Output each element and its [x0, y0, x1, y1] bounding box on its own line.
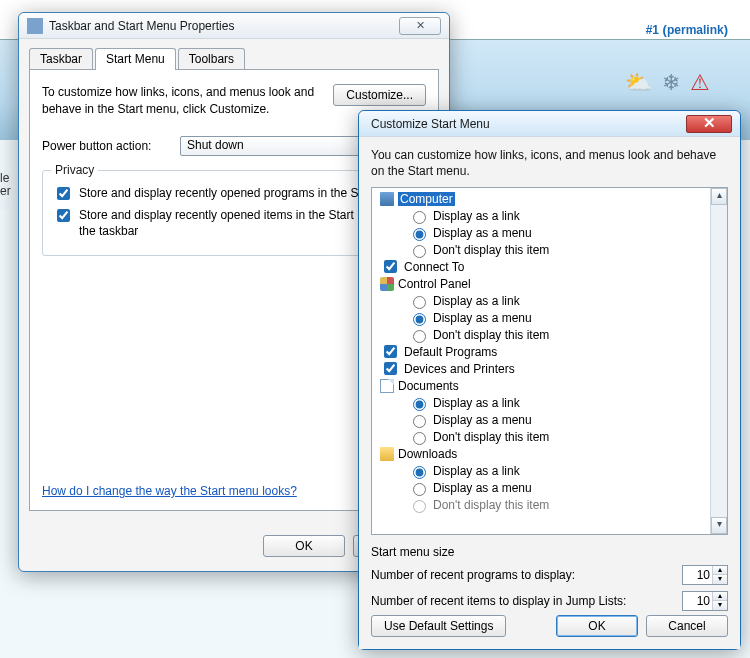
node-default-programs: Default Programs — [376, 343, 710, 360]
documents-display-menu-radio[interactable] — [413, 415, 426, 428]
node-documents: Documents Display as a link Display as a… — [376, 377, 710, 445]
post-heading: #1 (permalink) — [646, 22, 728, 37]
computer-display-menu-radio[interactable] — [413, 228, 426, 241]
computer-display-link-label: Display as a link — [433, 209, 520, 223]
cancel-button[interactable]: Cancel — [646, 615, 728, 637]
weather-icon: ⛅ — [625, 70, 652, 96]
intro-text: To customize how links, icons, and menus… — [42, 84, 325, 118]
snowflake-icon: ❄ — [662, 70, 680, 96]
node-downloads: Downloads Display as a link Display as a… — [376, 445, 710, 513]
computer-display-none-label: Don't display this item — [433, 243, 549, 257]
tab-toolbars[interactable]: Toolbars — [178, 48, 245, 70]
tree-scrollbar[interactable]: ▴ ▾ — [710, 188, 727, 534]
privacy-legend: Privacy — [51, 163, 98, 177]
spin-down-icon[interactable]: ▾ — [712, 601, 727, 610]
scroll-down-arrow[interactable]: ▾ — [711, 517, 727, 534]
scroll-up-arrow[interactable]: ▴ — [711, 188, 727, 205]
documents-display-none-label: Don't display this item — [433, 430, 549, 444]
computer-icon — [380, 192, 394, 206]
downloads-display-none-label: Don't display this item — [433, 498, 549, 512]
power-action-value: Shut down — [187, 138, 244, 152]
computer-display-link-radio[interactable] — [413, 211, 426, 224]
help-link[interactable]: How do I change the way the Start menu l… — [42, 484, 297, 498]
cp-display-link-label: Display as a link — [433, 294, 520, 308]
control-panel-label: Control Panel — [398, 277, 471, 291]
documents-label: Documents — [398, 379, 459, 393]
documents-display-none-radio[interactable] — [413, 432, 426, 445]
connect-to-label: Connect To — [404, 260, 465, 274]
computer-display-none-radio[interactable] — [413, 245, 426, 258]
downloads-display-link-radio[interactable] — [413, 466, 426, 479]
devices-printers-label: Devices and Printers — [404, 362, 515, 376]
documents-icon — [380, 379, 394, 393]
permalink-link[interactable]: permalink — [667, 23, 724, 37]
node-devices-printers: Devices and Printers — [376, 360, 710, 377]
post-number: #1 — [646, 23, 659, 37]
tab-start-menu[interactable]: Start Menu — [95, 48, 176, 70]
ok-button[interactable]: OK — [556, 615, 638, 637]
default-programs-label: Default Programs — [404, 345, 497, 359]
titlebar[interactable]: Taskbar and Start Menu Properties ✕ — [19, 13, 449, 39]
customize-button[interactable]: Customize... — [333, 84, 426, 106]
documents-display-menu-label: Display as a menu — [433, 413, 532, 427]
use-default-settings-button[interactable]: Use Default Settings — [371, 615, 506, 637]
node-computer-label[interactable]: Computer — [398, 192, 455, 206]
devices-printers-checkbox[interactable] — [384, 362, 397, 375]
size-heading: Start menu size — [371, 545, 728, 559]
cp-display-none-label: Don't display this item — [433, 328, 549, 342]
documents-display-link-radio[interactable] — [413, 398, 426, 411]
jump-lists-value: 10 — [683, 594, 712, 608]
tab-taskbar[interactable]: Taskbar — [29, 48, 93, 70]
cp-display-menu-radio[interactable] — [413, 313, 426, 326]
window-icon — [27, 18, 43, 34]
cp-display-none-radio[interactable] — [413, 330, 426, 343]
downloads-display-link-label: Display as a link — [433, 464, 520, 478]
warning-icon: ⚠ — [690, 70, 710, 96]
downloads-label: Downloads — [398, 447, 457, 461]
cropped-text-left: leer — [0, 170, 10, 210]
downloads-display-none-radio[interactable] — [413, 500, 426, 513]
recent-programs-label: Number of recent programs to display: — [371, 568, 682, 582]
privacy-recent-programs-checkbox[interactable] — [57, 187, 70, 200]
jump-lists-spinner[interactable]: 10 ▴▾ — [682, 591, 728, 611]
tab-strip: Taskbar Start Menu Toolbars — [29, 48, 439, 70]
recent-programs-value: 10 — [683, 568, 712, 582]
close-button[interactable]: ✕ — [686, 115, 732, 133]
window-title: Taskbar and Start Menu Properties — [49, 19, 399, 33]
downloads-display-menu-label: Display as a menu — [433, 481, 532, 495]
computer-display-menu-label: Display as a menu — [433, 226, 532, 240]
start-menu-size-group: Start menu size Number of recent program… — [371, 545, 728, 611]
window-title: Customize Start Menu — [367, 117, 686, 131]
options-tree: Computer Display as a link Display as a … — [371, 187, 728, 535]
jump-lists-label: Number of recent items to display in Jum… — [371, 594, 682, 608]
control-panel-icon — [380, 277, 394, 291]
cp-display-link-radio[interactable] — [413, 296, 426, 309]
ok-button[interactable]: OK — [263, 535, 345, 557]
close-button[interactable]: ✕ — [399, 17, 441, 35]
spin-down-icon[interactable]: ▾ — [712, 575, 727, 584]
documents-display-link-label: Display as a link — [433, 396, 520, 410]
power-action-label: Power button action: — [42, 139, 172, 153]
node-computer: Computer Display as a link Display as a … — [376, 190, 710, 258]
node-connect-to: Connect To — [376, 258, 710, 275]
downloads-icon — [380, 447, 394, 461]
connect-to-checkbox[interactable] — [384, 260, 397, 273]
downloads-display-menu-radio[interactable] — [413, 483, 426, 496]
cp-display-menu-label: Display as a menu — [433, 311, 532, 325]
privacy-recent-items-checkbox[interactable] — [57, 209, 70, 222]
default-programs-checkbox[interactable] — [384, 345, 397, 358]
recent-programs-spinner[interactable]: 10 ▴▾ — [682, 565, 728, 585]
node-control-panel: Control Panel Display as a link Display … — [376, 275, 710, 343]
customize-start-menu-window: Customize Start Menu ✕ You can customize… — [358, 110, 741, 650]
intro-text: You can customize how links, icons, and … — [371, 147, 728, 179]
background-toolbar-icons: ⛅ ❄ ⚠ — [625, 70, 710, 96]
titlebar[interactable]: Customize Start Menu ✕ — [359, 111, 740, 137]
